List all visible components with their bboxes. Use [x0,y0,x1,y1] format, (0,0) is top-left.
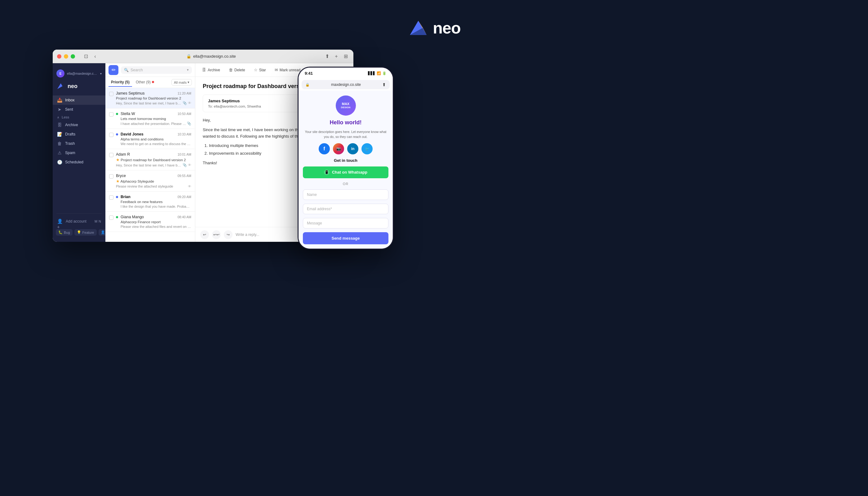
email-checkbox-3[interactable] [109,133,113,137]
email-preview-5: Please review the attached styleguide [116,184,173,188]
url-bar[interactable]: 🔒 ella@maxdesign.co.site [101,54,321,59]
email-item-1[interactable]: James Septimus 11:20 AM Project roadmap … [105,88,195,108]
sidebar-nav: 📥 Inbox ➤ Sent ∧ Less 🗄 Archive 📝 D [53,94,105,211]
star-action-icon: ☆ [254,67,258,72]
scheduled-icon: 🕐 [57,160,62,165]
read-icon-5: 👁 [188,184,191,188]
mobile-message-input[interactable] [303,218,388,229]
email-sender-6: Brian [121,195,130,199]
sidebar-item-archive[interactable]: 🗄 Archive [53,120,105,129]
sidebar-less-toggle[interactable]: ∧ Less [53,114,105,120]
email-tabs: Priority (5) Other (9) All mails ▾ [105,77,195,88]
share-icon[interactable]: ⬆ [324,53,330,60]
url-text: ella@maxdesign.co.site [193,54,236,59]
email-item-3[interactable]: David Jones 10:33 AM Alpha terms and con… [105,129,195,149]
user-icon: 👤 [101,230,105,234]
back-icon[interactable]: ‹ [92,53,98,60]
twitter-icon[interactable]: 🐦 [361,143,373,154]
email-item-2[interactable]: Stella W 10:50 AM Lets meet tomorrow mor… [105,108,195,129]
sidebar-label-archive: Archive [65,123,78,127]
email-checkbox-2[interactable] [109,112,113,117]
email-item-5[interactable]: Bryce 09:55 AM ★ Alphacorp Styleguide Pl… [105,170,195,191]
sidebar-item-sent[interactable]: ➤ Sent [53,105,105,114]
account-email: ella@maxdesign.co.site [67,72,98,75]
search-input[interactable] [130,68,185,72]
new-tab-icon[interactable]: + [333,53,340,60]
sidebar-item-trash[interactable]: 🗑 Trash [53,139,105,148]
close-button[interactable] [57,54,61,59]
sidebar-item-inbox[interactable]: 📥 Inbox [53,95,105,105]
mark-unread-button[interactable]: ✉ Mark unread [273,66,302,74]
forward-button[interactable]: ↪ [224,230,232,239]
whatsapp-button[interactable]: 📱 Chat on Whatsapp [303,167,388,178]
email-preview-4: Hey, Since the last time we met, I have … [116,164,183,167]
mail-icon-m: M [95,219,97,223]
bug-label: Bug [64,231,70,234]
attachment-icon-1: 📎 [183,101,187,105]
mark-unread-action-icon: ✉ [275,67,278,72]
email-checkbox-5[interactable] [109,174,113,179]
tab-priority[interactable]: Priority (5) [108,78,132,87]
maximize-button[interactable] [71,54,75,59]
mobile-url: maxdesign.co.site [312,82,381,87]
reply-all-button[interactable]: ↩↩ [212,230,221,239]
email-item-4[interactable]: Adam R 10:01 AM ★ Project roadmap for Da… [105,149,195,170]
sidebar-label-scheduled: Scheduled [65,160,83,164]
sidebar-item-spam[interactable]: ⚠ Spam [53,148,105,157]
unread-dot-6 [116,196,118,198]
compose-button[interactable]: ✏ [108,65,119,75]
email-list-panel: ✏ 🔍 ▾ Priority (5) Other (9) All mails ▾ [105,63,195,242]
mobile-window: 9:41 ▋▋▋ 📶 🔋 🔒 maxdesign.co.site ⬆ MAX D… [298,67,394,250]
email-list: James Septimus 11:20 AM Project roadmap … [105,88,195,242]
instagram-icon[interactable]: 📷 [333,143,344,154]
all-mails-chevron-icon: ▾ [188,80,189,84]
mobile-site-logo: MAX DESIGN [336,95,356,115]
sidebar-toggle-icon[interactable]: ⊡ [82,53,89,60]
bug-button[interactable]: 🐛 Bug [56,229,73,236]
sidebar-item-scheduled[interactable]: 🕐 Scheduled [53,157,105,167]
read-icon-4: 👁 [188,163,191,167]
email-checkbox-6[interactable] [109,195,113,200]
add-account-button[interactable]: 👤+ Add account M N [53,216,105,227]
reply-button[interactable]: ↩ [200,230,209,239]
lock-icon: 🔒 [186,54,191,59]
email-checkbox-1[interactable] [109,92,113,96]
mobile-share-icon[interactable]: ⬆ [382,82,386,87]
email-item-6[interactable]: Brian 09:20 AM Feedback on new features … [105,191,195,212]
email-sender-3: David Jones [121,132,143,136]
battery-icon: 🔋 [382,71,387,75]
all-mails-dropdown[interactable]: All mails ▾ [171,79,192,86]
svg-marker-3 [57,83,63,89]
tabs-icon[interactable]: ⊞ [342,53,349,60]
mail-icon-n: N [98,219,101,223]
mobile-name-input[interactable] [303,189,388,200]
email-checkbox-4[interactable] [109,153,113,157]
feature-button[interactable]: 💡 Feature [74,229,97,236]
account-switcher[interactable]: E ella@maxdesign.co.site ▾ [53,67,105,80]
delete-button[interactable]: 🗑 Delete [227,66,247,74]
minimize-button[interactable] [64,54,68,59]
search-dropdown-icon[interactable]: ▾ [187,68,189,72]
facebook-icon[interactable]: f [319,143,330,154]
email-item-7[interactable]: Giana Mango 08:40 AM Alphacorp Finance r… [105,212,195,232]
wifi-icon: 📶 [377,71,381,75]
bug-icon: 🐛 [58,230,63,234]
sidebar-neo-icon [57,82,65,91]
neo-logo: neo [407,17,460,39]
mobile-time: 9:41 [305,71,313,76]
mobile-send-button[interactable]: Send message [303,232,388,244]
archive-button[interactable]: 🗄 Archive [200,66,222,74]
online-dot-2 [116,113,118,115]
email-preview-2: I have attached the presentation. Please… [121,122,187,126]
linkedin-icon[interactable]: in [347,143,358,154]
email-time-4: 10:01 AM [177,153,191,156]
tab-other[interactable]: Other (9) [133,78,157,87]
mobile-lock-icon: 🔒 [305,83,310,87]
email-checkbox-7[interactable] [109,215,113,220]
email-meta-from: James Septimus [208,98,240,103]
star-button[interactable]: ☆ Star [252,66,268,74]
sidebar-item-drafts[interactable]: 📝 Drafts [53,129,105,139]
email-sender-2: Stella W [121,112,135,116]
mobile-email-input[interactable] [303,204,388,214]
mobile-logo-inner: MAX DESIGN [341,102,351,109]
